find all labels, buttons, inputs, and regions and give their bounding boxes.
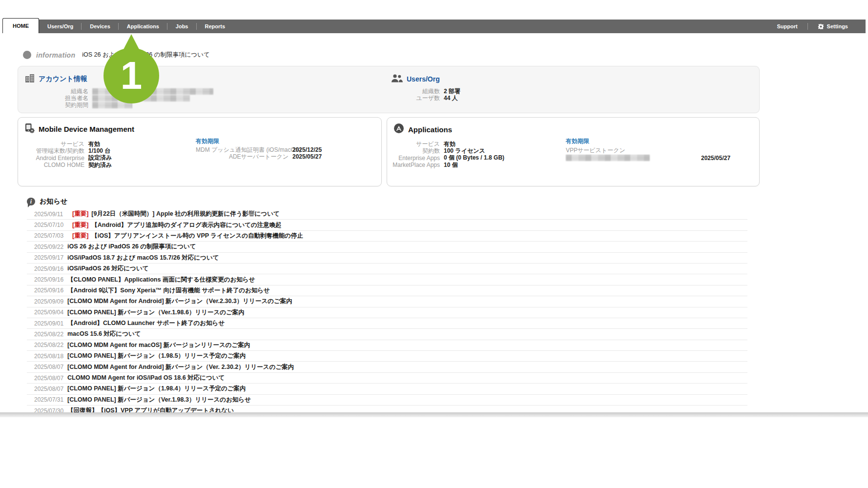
news-item-title: [CLOMO PANEL] 新バージョン（Ver.1.98.3）リリースのお知ら… [67, 396, 251, 404]
news-item-title: iOS/iPadOS 18.7 および macOS 15.7/26 対応について [67, 254, 219, 262]
nav-tab-label: Reports [205, 23, 226, 29]
applications-card: Applications サービス 有効 契約数 100 ライセンス Enter… [387, 117, 760, 186]
nav-tab[interactable]: Reports [197, 20, 234, 33]
news-item-date: 2025/09/11 [34, 211, 67, 218]
nav-tab[interactable]: Applications [119, 20, 167, 33]
nav-tab[interactable]: Devices [82, 20, 119, 33]
buildings-icon [25, 74, 35, 84]
applications-status-row: MarketPlace Apps 10 個 [387, 162, 504, 168]
news-item-date: 2025/09/16 [34, 287, 67, 294]
news-item-title: [CLOMO MDM Agent for Android] 新バージョン（Ver… [67, 297, 292, 305]
vpp-token-label: VPPサービストークン [566, 146, 756, 153]
news-item[interactable]: 2025/08/22 macOS 15.6 対応について [27, 329, 747, 340]
news-section-title: お知らせ [40, 197, 67, 206]
news-item[interactable]: 2025/09/01 【Android】CLOMO Launcher サポート終… [27, 318, 747, 329]
field-label: MarketPlace Apps [387, 162, 444, 168]
page-bottom-edge [0, 412, 868, 417]
news-item[interactable]: 2025/09/16 iOS/iPadOS 26 対応について [27, 264, 747, 274]
news-list: 2025/09/11 [重要] [9月22日（米国時間）] Apple 社の利用… [27, 209, 747, 412]
news-item-date: 2025/09/01 [34, 320, 67, 327]
news-item[interactable]: 2025/07/30 【回復報】【iOS】VPP アプリが自動アップデートされな… [27, 406, 747, 412]
field-label: ユーザ数 [391, 94, 444, 102]
news-item-important-tag: [重要] [72, 221, 88, 229]
news-item-date: 2025/07/31 [34, 396, 67, 403]
settings-link[interactable]: Settings [808, 23, 858, 30]
applications-expiry-column: 有効期限 VPPサービストークン 2025/05/27 [566, 137, 756, 163]
users-org-title: Users/Org [407, 75, 440, 83]
mdm-expiry-link[interactable]: 有効期限 [196, 137, 379, 144]
mdm-expiry-rows: MDM プッシュ通知証明書 (iOS/macOS) 2025/12/25 ADE… [196, 146, 379, 161]
info-icon [23, 51, 31, 59]
news-item-title: CLOMO MDM Agent for iOS/iPad OS 18.6 対応に… [67, 374, 225, 382]
news-item-important-tag: [重要] [72, 232, 88, 240]
users-icon [391, 74, 403, 84]
vpp-token-redacted-value [566, 155, 650, 161]
news-item-date: 2025/08/07 [34, 364, 67, 370]
field-value: 10 個 [444, 161, 458, 169]
news-item[interactable]: 2025/09/11 [重要] [9月22日（米国時間）] Apple 社の利用… [27, 209, 747, 220]
news-item[interactable]: 2025/08/18 [CLOMO PANEL] 新バージョン（1.98.5）リ… [27, 351, 747, 362]
news-item-title: 【CLOMO PANEL】Applications 画面に関する仕様変更のお知ら… [67, 276, 255, 284]
nav-tab[interactable]: Users/Org [39, 20, 82, 33]
news-item-title: 【回復報】【iOS】VPP アプリが自動アップデートされない [67, 407, 234, 412]
field-label: ADEサーバートークン [196, 153, 292, 161]
news-item-title: iOS/iPadOS 26 対応について [67, 264, 149, 273]
field-value: 2025/05/27 [292, 153, 322, 160]
news-item[interactable]: 2025/08/22 [CLOMO MDM Agent for macOS] 新… [27, 340, 747, 351]
nav-tab-label: Devices [90, 23, 110, 29]
news-item-title: macOS 15.6 対応について [67, 330, 141, 338]
news-item-title: 【Android 9以下】Sony Xperia™ 向け固有機能 サポート終了の… [67, 286, 270, 295]
news-item[interactable]: 2025/08/07 [CLOMO MDM Agent for Android]… [27, 362, 747, 372]
news-item[interactable]: 2025/07/31 [CLOMO PANEL] 新バージョン（Ver.1.98… [27, 395, 747, 406]
field-label: 契約数 [387, 147, 444, 155]
nav-tab[interactable]: Jobs [167, 20, 197, 33]
news-item-important-tag: [重要] [72, 210, 88, 218]
gear-icon [818, 23, 824, 30]
settings-label: Settings [827, 23, 848, 29]
callout-number: 1 [103, 48, 159, 103]
news-item-title: [CLOMO MDM Agent for Android] 新バージョン（Ver… [67, 363, 294, 371]
nav-tab-label: Users/Org [47, 23, 73, 29]
news-item-title: [CLOMO PANEL] 新バージョン（1.98.5）リリース予定のご案内 [67, 352, 246, 360]
field-label: 契約期間 [25, 101, 92, 109]
support-link[interactable]: Support [767, 23, 807, 29]
news-item[interactable]: 2025/07/10 [重要] 【Android】アプリ追加時のダイアログ表示内… [27, 220, 747, 230]
news-item-date: 2025/08/22 [34, 331, 67, 338]
news-item-title: [9月22日（米国時間）] Apple 社の利用規約更新に伴う影響について [91, 210, 279, 218]
field-value: 44 人 [444, 94, 458, 102]
page: HOME Users/Org Devices Applications Jobs [0, 0, 868, 412]
field-label: Android Enterprise [18, 155, 88, 162]
news-item-date: 2025/08/18 [34, 353, 67, 360]
support-label: Support [777, 23, 797, 29]
news-item-date: 2025/07/10 [34, 222, 67, 228]
applications-card-title: Applications [408, 125, 452, 134]
applications-status-rows: サービス 有効 契約数 100 ライセンス Enterprise Apps 0 … [387, 141, 504, 168]
news-item-date: 2025/07/03 [34, 232, 67, 239]
nav-tab[interactable]: HOME [2, 18, 39, 33]
news-item[interactable]: 2025/09/16 【Android 9以下】Sony Xperia™ 向け固… [27, 285, 747, 296]
field-label: Enterprise Apps [387, 155, 444, 162]
news-item-date: 2025/09/16 [34, 265, 67, 272]
news-item-date: 2025/09/17 [34, 254, 67, 261]
news-item[interactable]: 2025/09/22 iOS 26 および iPadOS 26 の制限事項につい… [27, 242, 747, 252]
news-item[interactable]: 2025/09/16 【CLOMO PANEL】Applications 画面に… [27, 274, 747, 285]
news-item[interactable]: 2025/09/09 [CLOMO MDM Agent for Android]… [27, 296, 747, 307]
users-org-rows: 組織数 2 部署 ユーザ数 44 人 [391, 88, 460, 102]
news-item-date: 2025/09/09 [34, 298, 67, 305]
mdm-expiry-row: ADEサーバートークン 2025/05/27 [196, 153, 379, 160]
news-item[interactable]: 2025/08/07 CLOMO MDM Agent for iOS/iPad … [27, 373, 747, 384]
users-org-row: ユーザ数 44 人 [391, 95, 460, 102]
news-item[interactable]: 2025/09/17 iOS/iPadOS 18.7 および macOS 15.… [27, 253, 747, 264]
applications-expiry-link[interactable]: 有効期限 [566, 137, 756, 144]
information-label: information [36, 51, 75, 59]
news-item[interactable]: 2025/08/07 [CLOMO PANEL] 新バージョン（1.98.4）リ… [27, 384, 747, 394]
news-item-title: 【iOS】アプリアンインストール時の VPP ライセンスの自動剥奪機能の停止 [91, 232, 303, 240]
news-item-date: 2025/08/07 [34, 386, 67, 392]
news-item[interactable]: 2025/09/04 [CLOMO PANEL] 新バージョン（Ver.1.98… [27, 307, 747, 318]
nav-right: Support Settings [767, 20, 866, 33]
mdm-status-rows: サービス 有効 管理端末数/契約数 1/100 台 Android Enterp… [18, 141, 112, 168]
mdm-card: Mobile Device Management サービス 有効 管理端末数/契… [18, 117, 382, 186]
announcement-icon [27, 198, 35, 205]
news-item[interactable]: 2025/07/03 [重要] 【iOS】アプリアンインストール時の VPP ラ… [27, 231, 747, 242]
news-item-title: iOS 26 および iPadOS 26 の制限事項について [67, 243, 196, 251]
